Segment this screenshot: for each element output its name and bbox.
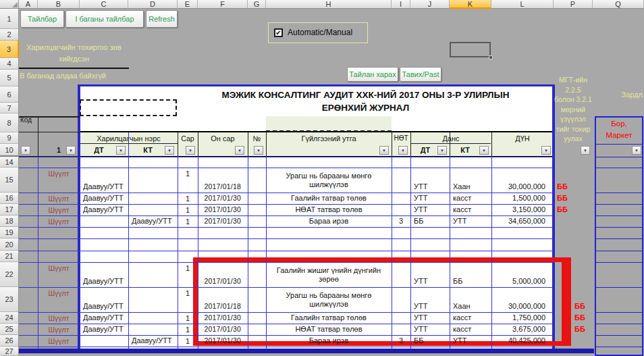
cell-r25-sar[interactable]: 1 — [178, 324, 197, 335]
column-header-J[interactable]: J — [410, 0, 450, 9]
filter-dropdown-dt[interactable]: ▼ — [116, 146, 126, 155]
header-dun[interactable]: ДҮН — [492, 133, 553, 143]
filter-dropdown-not[interactable]: ▼ — [398, 146, 408, 155]
cell-r17-filter[interactable]: Шүүлт — [38, 204, 80, 215]
cell-r15-amount[interactable]: 30,000,000 — [492, 168, 550, 193]
column-header-A[interactable]: A — [19, 0, 38, 9]
cell-r15-dkt[interactable]: Хаан — [451, 168, 490, 193]
filter-dropdown-sar[interactable]: ▼ — [186, 146, 195, 155]
cell-r24-sar[interactable]: 1 — [178, 312, 197, 324]
cell-r17-dkt[interactable]: касст — [451, 204, 490, 215]
cell-r24-ddt[interactable]: УТТ — [412, 312, 448, 324]
row-header-10[interactable]: 10 — [0, 144, 19, 157]
cell-r25-desc[interactable]: НӨАТ татвар төлөв — [267, 324, 391, 335]
cell-r25-filter[interactable]: Шүүлт — [38, 324, 80, 335]
row-header-6[interactable]: 6 — [0, 86, 19, 103]
header-no[interactable]: № — [248, 133, 265, 143]
cell-r15-sar[interactable]: 1 — [178, 168, 197, 193]
row-header-22[interactable]: 22 — [0, 262, 19, 287]
column-header-D[interactable]: D — [128, 0, 178, 9]
row-header-17[interactable]: 17 — [0, 204, 19, 215]
header-desc[interactable]: Гүйлгээний утга — [267, 133, 391, 143]
cell-r22-sar[interactable]: 1 — [178, 262, 197, 287]
cell-r25-ddt[interactable]: УТТ — [412, 324, 448, 335]
cell-r24-date[interactable]: 2017/01/30 — [198, 312, 246, 324]
header-kt[interactable]: КТ — [129, 145, 167, 155]
cell-r23-sar[interactable]: 1 — [178, 287, 197, 312]
header-dans-dt[interactable]: ДТ — [411, 145, 439, 155]
cell-r23-ddt[interactable]: УТТ — [412, 287, 448, 312]
row-header-25[interactable]: 25 — [0, 324, 19, 335]
cell-r18-dkt[interactable]: УТТ — [451, 215, 490, 227]
cell-r16-ddt[interactable]: УТТ — [412, 193, 448, 204]
filter-dropdown-kt[interactable]: ▼ — [165, 146, 174, 155]
cell-r16-dt[interactable]: Даавуу/УТТ — [81, 193, 127, 204]
cell-r23-desc[interactable]: Урагш нь барааны мөнгө шилжүүлэв — [267, 287, 391, 312]
row-header-21[interactable]: 21 — [0, 251, 19, 262]
cell-r26-desc[interactable]: Бараа ирэв — [267, 335, 391, 347]
cell-r22-dt[interactable]: Даавуу/УТТ — [81, 262, 127, 287]
row-header-20[interactable]: 20 — [0, 238, 19, 251]
cell-r15-ddt[interactable]: УТТ — [412, 168, 448, 193]
cell-r18-sar[interactable]: 1 — [178, 215, 197, 227]
refresh-button[interactable]: Refresh — [146, 10, 178, 28]
cell-r22-filter[interactable]: Шүүлт — [38, 262, 80, 287]
cell-r16-amount[interactable]: 1,500,000 — [492, 193, 550, 204]
row-header-16[interactable]: 16 — [0, 193, 19, 204]
header-onsar[interactable]: Он сар — [198, 133, 247, 143]
column-header-C[interactable]: C — [80, 0, 128, 9]
cell-r15-dt[interactable]: Даавуу/УТТ — [81, 168, 127, 193]
cell-r26-amount[interactable]: 40,425,000 — [492, 335, 550, 347]
row-header-4[interactable]: 4 — [0, 58, 19, 70]
cell-r26-filter[interactable]: Шүүлт — [38, 335, 80, 347]
filter-dropdown-dans-kt[interactable]: ▼ — [479, 146, 489, 155]
cell-r23-dkt[interactable]: Хаан — [451, 287, 490, 312]
header-sar[interactable]: Сар — [178, 133, 197, 143]
cell-r23-filter[interactable]: Шүүлт — [38, 287, 80, 312]
row-header-8[interactable]: 8 — [0, 113, 19, 132]
header-not[interactable]: НӨТ — [392, 133, 410, 143]
cell-r26-dkt[interactable]: УТТ — [451, 335, 490, 347]
cell-r17-sar[interactable]: 1 — [178, 204, 197, 215]
cell-r15-filter[interactable]: Шүүлт — [38, 168, 80, 193]
cell-r18-filter[interactable]: Шүүлт — [38, 215, 80, 227]
cell-r16-filter[interactable]: Шүүлт — [38, 193, 80, 204]
column-header-K[interactable]: K — [450, 0, 491, 9]
column-header-Q[interactable]: Q — [593, 0, 644, 9]
row-header-19[interactable]: 19 — [0, 227, 19, 238]
header-dans-kt[interactable]: КТ — [450, 145, 480, 155]
row-header-18[interactable]: 18 — [0, 215, 19, 227]
column-header-P[interactable]: P — [554, 0, 593, 9]
cell-r25-amount[interactable]: 3,675,000 — [492, 324, 550, 335]
row-header-23[interactable]: 23 — [0, 287, 19, 312]
cell-r23-dt[interactable]: Даавуу/УТТ — [81, 287, 127, 312]
cell-r24-desc[interactable]: Гаалийн татвар төлөв — [267, 312, 391, 324]
cell-r24-dt[interactable]: Даавуу/УТТ — [81, 312, 127, 324]
tailbar-button[interactable]: Тайлбар — [20, 10, 64, 28]
cell-r17-ddt[interactable]: УТТ — [412, 204, 448, 215]
column-header-L[interactable]: L — [491, 0, 554, 9]
cell-r17-desc[interactable]: НӨАТ татвар төлөв — [267, 204, 391, 215]
cell-r18-kt[interactable]: Даавуу/УТТ — [130, 215, 176, 227]
cell-r24-amount[interactable]: 1,750,000 — [492, 312, 550, 324]
row-header-1[interactable]: 1 — [0, 9, 19, 29]
filter-dropdown-col-a[interactable]: ▼ — [21, 146, 30, 155]
view-report-button[interactable]: Тайлан харах — [347, 67, 398, 82]
filter-dropdown-dans-dt[interactable]: ▼ — [437, 146, 447, 155]
row-header-7[interactable]: 7 — [0, 103, 19, 113]
row-header-9[interactable]: 9 — [0, 132, 19, 144]
filter-dropdown-dun[interactable]: ▼ — [541, 146, 551, 155]
column-header-I[interactable]: I — [392, 0, 410, 9]
cell-r24-dkt[interactable]: касст — [451, 312, 490, 324]
cell-r22-amount[interactable]: 5,000,000 — [492, 262, 550, 287]
filter-dropdown-onsar[interactable]: ▼ — [235, 146, 244, 155]
cell-r22-date[interactable]: 2017/01/30 — [198, 262, 246, 287]
grid-corner-cell[interactable] — [0, 0, 19, 9]
cell-r16-dkt[interactable]: касст — [451, 193, 490, 204]
cell-r24-filter[interactable]: Шүүлт — [38, 312, 80, 324]
cell-r17-date[interactable]: 2017/01/30 — [198, 204, 246, 215]
cell-r16-sar[interactable]: 1 — [178, 193, 197, 204]
header-dt[interactable]: ДТ — [80, 145, 117, 155]
cell-r18-date[interactable]: 2017/01/30 — [198, 215, 246, 227]
cell-r26-not[interactable]: 3 — [392, 335, 410, 347]
